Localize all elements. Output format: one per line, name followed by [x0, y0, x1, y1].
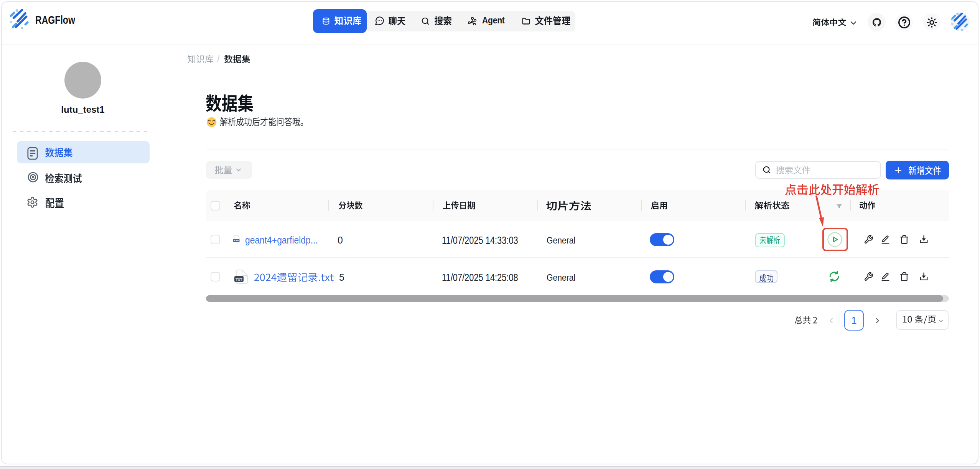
svg-text:TXT: TXT [236, 278, 243, 281]
